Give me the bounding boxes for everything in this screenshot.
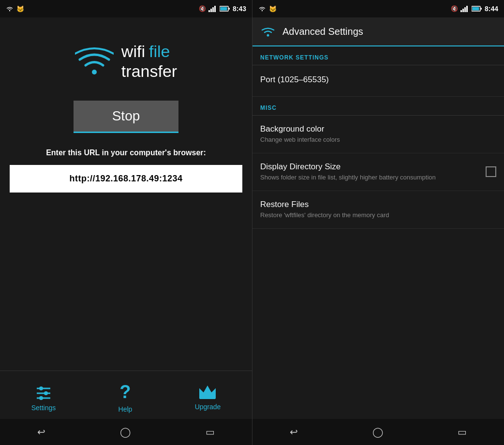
app-name: wifi file transfer [121, 42, 177, 81]
svg-point-8 [92, 70, 97, 74]
app-name-transfer: transfer [121, 61, 177, 81]
directory-size-title: Display Directory Size [260, 162, 480, 172]
misc-section-header: MISC [252, 97, 504, 116]
left-phone: 🐱 🔇 8:43 [0, 0, 252, 445]
back-button-right[interactable]: ↩ [290, 426, 298, 438]
android-bar-left: ↩ ◯ ▭ [0, 419, 252, 445]
port-setting-text: Port (1025–65535) [260, 75, 496, 87]
svg-rect-24 [472, 7, 479, 11]
mute-icon: 🔇 [199, 5, 206, 12]
url-display: http://192.168.178.49:1234 [10, 165, 242, 193]
right-spacer [252, 233, 504, 419]
svg-point-17 [262, 10, 263, 11]
port-setting-item[interactable]: Port (1025–65535) [252, 65, 504, 97]
directory-size-text: Display Directory Size Shows folder size… [260, 162, 480, 182]
signal-icon [208, 6, 217, 12]
svg-rect-4 [214, 6, 216, 12]
svg-rect-2 [210, 9, 212, 12]
restore-files-text: Restore Files Restore 'wftfiles' directo… [260, 200, 496, 220]
svg-rect-1 [208, 10, 210, 12]
settings-sliders-icon [35, 384, 52, 401]
nav-settings[interactable]: Settings [31, 384, 56, 412]
svg-point-0 [9, 10, 10, 11]
crown-icon [198, 385, 217, 400]
mute-icon-right: 🔇 [451, 5, 458, 12]
home-button-left[interactable]: ◯ [120, 426, 131, 438]
android-bar-right: ↩ ◯ ▭ [252, 419, 504, 445]
signal-icon-right [460, 6, 469, 12]
bottom-nav: Settings ? Help Upgrade [0, 371, 252, 419]
wifi-signal-icon [6, 6, 14, 12]
home-button-right[interactable]: ◯ [372, 426, 383, 438]
android-icon-right: 🐱 [269, 5, 277, 13]
status-time-right: 8:44 [485, 5, 498, 13]
restore-files-item[interactable]: Restore Files Restore 'wftfiles' directo… [252, 191, 504, 229]
status-bar-left: 🐱 🔇 8:43 [0, 0, 252, 17]
svg-rect-7 [220, 7, 227, 11]
svg-rect-18 [460, 10, 462, 12]
svg-rect-23 [481, 8, 482, 10]
app-logo-area: wifi file transfer [75, 42, 177, 81]
help-question-icon: ? [119, 382, 131, 402]
settings-body: NETWORK SETTINGS Port (1025–65535) MISC … [252, 46, 504, 233]
recents-button-right[interactable]: ▭ [458, 426, 467, 438]
status-time-left: 8:43 [233, 5, 246, 13]
svg-point-10 [39, 386, 43, 390]
svg-rect-20 [464, 7, 466, 12]
directory-size-desc: Shows folder size in file list, slightly… [260, 174, 480, 182]
status-icons-right-left: 🐱 [258, 5, 277, 13]
nav-settings-label: Settings [31, 404, 56, 412]
recents-button-left[interactable]: ▭ [206, 426, 215, 438]
svg-point-25 [267, 34, 269, 37]
status-icons-right-right: 🔇 8:44 [451, 5, 498, 13]
battery-icon [220, 6, 230, 12]
svg-marker-15 [200, 386, 215, 398]
svg-point-12 [44, 391, 48, 395]
svg-rect-16 [200, 397, 215, 399]
restore-files-desc: Restore 'wftfiles' directory on the memo… [260, 211, 496, 220]
svg-rect-6 [229, 8, 230, 10]
right-phone: 🐱 🔇 8:44 Advanced Settings [252, 0, 504, 445]
background-color-item[interactable]: Background color Change web interface co… [252, 116, 504, 153]
advanced-settings-title: Advanced Settings [282, 26, 363, 37]
nav-upgrade-label: Upgrade [195, 403, 221, 411]
status-bar-right: 🐱 🔇 8:44 [252, 0, 504, 17]
right-header: Advanced Settings [252, 17, 504, 46]
svg-rect-3 [212, 7, 214, 12]
spacer [0, 201, 252, 371]
svg-rect-21 [466, 6, 468, 12]
stop-button[interactable]: Stop [74, 101, 179, 133]
header-wifi-icon [260, 26, 276, 37]
nav-help-label: Help [119, 405, 133, 413]
directory-size-checkbox[interactable] [486, 166, 496, 177]
android-icon: 🐱 [16, 5, 24, 13]
wifi-signal-icon-right [258, 6, 266, 12]
nav-upgrade[interactable]: Upgrade [195, 385, 221, 411]
background-color-desc: Change web interface colors [260, 136, 496, 144]
wifi-logo-icon [75, 47, 114, 76]
app-name-wifi: wifi [121, 42, 145, 61]
svg-rect-19 [462, 9, 464, 12]
directory-size-item[interactable]: Display Directory Size Shows folder size… [252, 153, 504, 191]
url-instruction: Enter this URL in your computer's browse… [46, 148, 206, 158]
port-setting-title: Port (1025–65535) [260, 75, 496, 85]
status-icons-right: 🔇 8:43 [199, 5, 246, 13]
battery-icon-right [472, 6, 482, 12]
svg-point-14 [39, 396, 43, 400]
status-icons-left: 🐱 [6, 5, 24, 13]
network-section-header: NETWORK SETTINGS [252, 46, 504, 65]
nav-help[interactable]: ? Help [119, 382, 133, 413]
app-name-file: file [149, 42, 170, 61]
restore-files-title: Restore Files [260, 200, 496, 209]
back-button-left[interactable]: ↩ [37, 426, 45, 438]
background-color-title: Background color [260, 124, 496, 134]
left-main-content: wifi file transfer Stop Enter this URL i… [0, 17, 252, 201]
background-color-text: Background color Change web interface co… [260, 124, 496, 144]
